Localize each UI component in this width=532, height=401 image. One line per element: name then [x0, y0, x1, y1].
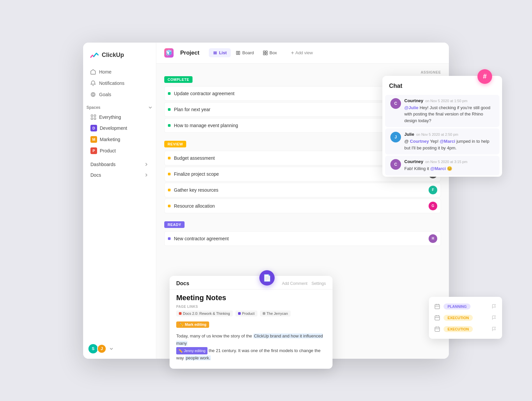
spaces-label: Spaces — [86, 105, 100, 110]
tab-list[interactable]: List — [209, 48, 231, 57]
add-comment-btn[interactable]: Add Comment — [282, 281, 308, 286]
mark-editing-text: Mark editing — [185, 322, 206, 326]
chevron-down-user-icon — [109, 346, 114, 351]
chat-text-2: @ Courtney Yep! @Marci jumped in to help… — [404, 138, 494, 151]
chevron-right-icon2 — [144, 173, 149, 177]
page-link-label-2: Product — [242, 311, 255, 315]
docs-panel-header: Docs Add Comment Settings — [170, 276, 332, 290]
chip-dot-3 — [263, 312, 265, 315]
everything-label: Everything — [99, 114, 121, 120]
chat-author-1: Courtney — [404, 98, 423, 103]
chat-panel: # Chat C Courtney on Nov 5 2020 at 1:50 … — [382, 76, 502, 177]
user-avatar-s: S — [88, 344, 98, 353]
task-dot — [168, 173, 171, 175]
svg-rect-12 — [266, 51, 267, 53]
chat-hash-symbol: # — [483, 73, 486, 80]
project-title: Project — [180, 50, 200, 56]
sidebar-item-docs[interactable]: Docs — [87, 170, 152, 180]
sidebar-item-goals[interactable]: Goals — [87, 89, 152, 100]
chat-message-2: J Julie on Nov 5 2020 at 2:50 pm @ Court… — [385, 128, 499, 154]
sidebar-item-notifications[interactable]: Notifications — [87, 78, 152, 89]
task-name: Resource allocation — [174, 203, 429, 209]
logo[interactable]: ClickUp — [83, 43, 156, 67]
task-dot — [168, 237, 171, 240]
task-assignee-avatar: G — [429, 202, 437, 210]
chip-dot-1 — [179, 312, 182, 315]
flag-icon-3 — [491, 326, 497, 332]
goals-icon — [90, 92, 96, 97]
logo-text: ClickUp — [102, 52, 124, 59]
page-links-label: PAGE LINKS — [176, 305, 326, 308]
tab-board[interactable]: Board — [232, 48, 258, 57]
task-dot — [168, 205, 171, 207]
user-profile[interactable]: S J — [83, 339, 156, 359]
tag-row-2: EXECUTION — [429, 312, 502, 323]
settings-btn[interactable]: Settings — [312, 281, 326, 286]
task-group-ready: READY New contractor agreement H — [164, 221, 441, 246]
chat-mention-marci: @Marci — [440, 139, 455, 144]
task-dot — [168, 92, 171, 95]
tag-planning[interactable]: PLANNING — [444, 303, 470, 309]
space-marketing[interactable]: M Marketing — [87, 134, 152, 145]
svg-rect-4 — [91, 118, 93, 119]
chat-text-body-2: Yep! — [430, 139, 440, 144]
calendar-icon-2 — [434, 315, 440, 321]
tag-row-1: PLANNING — [429, 301, 502, 312]
page-link-3[interactable]: The Jerrycan — [260, 310, 291, 316]
svg-point-0 — [91, 93, 95, 97]
docs-panel-title: Docs — [176, 281, 189, 287]
sidebar-item-home[interactable]: Home — [87, 67, 152, 77]
tag-execution-2[interactable]: EXECUTION — [444, 326, 473, 332]
badge-review: REVIEW — [164, 141, 186, 147]
task-assignee-avatar: H — [429, 234, 437, 243]
chat-time-1: on Nov 5 2020 at 1:50 pm — [425, 99, 467, 103]
task-row[interactable]: Resource allocation G — [164, 199, 441, 213]
page-link-2[interactable]: Product — [235, 310, 257, 316]
product-avatar: P — [90, 147, 97, 154]
chat-avatar-julie: J — [390, 132, 401, 142]
flag-icon-1 — [491, 304, 497, 309]
task-assignee-avatar: F — [429, 186, 437, 194]
box-icon — [263, 51, 268, 55]
page-links: Docs 2.0: Rework & Thinking Product The … — [176, 310, 326, 316]
tab-list-label: List — [219, 50, 227, 55]
docs-panel: Docs Add Comment Settings Meeting Notes … — [170, 276, 332, 369]
chat-time-2: on Nov 5 2020 at 2:50 pm — [416, 132, 459, 136]
home-label: Home — [99, 69, 111, 75]
svg-rect-5 — [94, 118, 96, 119]
svg-rect-9 — [236, 51, 238, 55]
page-link-1[interactable]: Docs 2.0: Rework & Thinking — [176, 310, 233, 316]
docs-body: Meeting Notes PAGE LINKS Docs 2.0: Rewor… — [170, 290, 332, 369]
chat-hash-icon: # — [477, 69, 492, 84]
sidebar-lower: Dashboards Docs — [83, 156, 156, 183]
doc-float-button[interactable]: 📄 — [259, 270, 275, 286]
tag-execution-1[interactable]: EXECUTION — [444, 315, 473, 321]
chat-content-1: Courtney on Nov 5 2020 at 1:50 pm @Julie… — [404, 98, 494, 124]
docs-meeting-title: Meeting Notes — [176, 294, 326, 302]
docs-actions: Add Comment Settings — [282, 281, 326, 286]
page-link-label-1: Docs 2.0: Rework & Thinking — [183, 311, 230, 315]
docs-text: Today, many of us know the story of the … — [176, 332, 326, 362]
goals-label: Goals — [99, 92, 111, 97]
space-development[interactable]: D Development — [87, 122, 152, 134]
highlight-text: ClickUp brand and how it influenced many — [176, 333, 323, 346]
add-view-button[interactable]: + Add view — [288, 48, 316, 58]
svg-point-1 — [92, 94, 94, 96]
tab-box-label: Box — [269, 50, 277, 55]
home-icon — [90, 69, 96, 75]
sidebar-item-dashboards[interactable]: Dashboards — [87, 159, 152, 170]
board-icon — [236, 51, 241, 55]
space-product[interactable]: P Product — [87, 145, 152, 156]
highlight-text-2: people work. — [185, 355, 211, 360]
bell-icon — [90, 81, 96, 86]
svg-rect-23 — [435, 327, 440, 331]
chat-author-2: Julie — [404, 132, 414, 137]
spaces-section: Spaces — [83, 100, 156, 112]
task-row[interactable]: New contractor agreement H — [164, 231, 441, 246]
chat-text-pre-3: Fab! Killing it — [404, 166, 430, 171]
chip-dot-2 — [238, 312, 241, 315]
space-everything[interactable]: Everything — [87, 112, 152, 122]
tab-box[interactable]: Box — [259, 48, 281, 57]
task-name: New contractor agreement — [174, 236, 429, 241]
task-row[interactable]: Gather key resources F — [164, 183, 441, 197]
